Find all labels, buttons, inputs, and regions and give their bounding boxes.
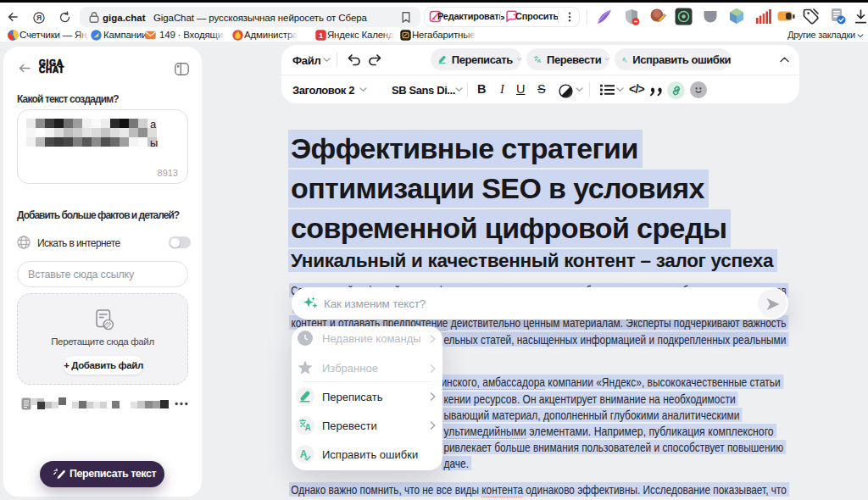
svg-text:1: 1	[319, 31, 323, 40]
svg-text:Я: Я	[36, 14, 42, 22]
svg-text:A: A	[299, 448, 307, 460]
svg-text:A: A	[304, 423, 310, 431]
